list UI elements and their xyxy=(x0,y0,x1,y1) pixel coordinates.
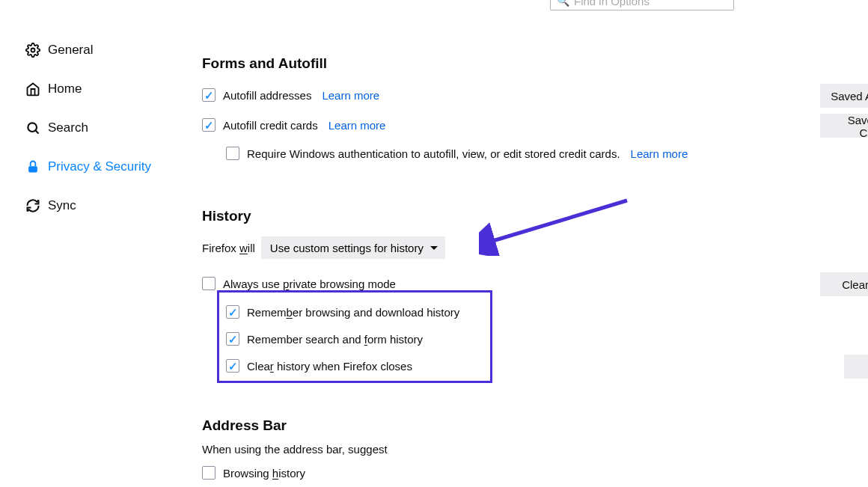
checkbox-private-browsing[interactable] xyxy=(202,277,216,290)
section-title-forms: Forms and Autofill xyxy=(202,55,846,72)
svg-point-1 xyxy=(28,123,37,132)
label-remember-browsing: Remember browsing and download history xyxy=(247,306,459,319)
checkbox-autofill-cards[interactable] xyxy=(202,118,216,132)
label-require-auth: Require Windows authentication to autofi… xyxy=(247,147,620,160)
history-mode-select-wrapper: Use custom settings for history xyxy=(261,236,445,259)
main-content: Forms and Autofill Autofill addresses Le… xyxy=(202,0,846,480)
link-learn-more-auth[interactable]: Learn more xyxy=(631,147,688,160)
sidebar-item-sync[interactable]: Sync xyxy=(19,190,184,221)
checkbox-autofill-addresses[interactable] xyxy=(202,88,216,102)
label-remember-search: Remember search and form history xyxy=(247,333,423,346)
home-icon xyxy=(22,82,43,97)
sidebar-item-search[interactable]: Search xyxy=(19,112,184,144)
history-settings-button[interactable]: Settings… xyxy=(844,355,868,379)
saved-cards-button[interactable]: Saved Credit Cards… xyxy=(820,114,868,138)
sidebar-item-label: Home xyxy=(48,82,82,97)
search-icon xyxy=(22,120,43,135)
checkbox-remember-browsing[interactable] xyxy=(226,305,239,319)
link-learn-more-cards[interactable]: Learn more xyxy=(328,119,386,132)
sidebar-item-label: General xyxy=(48,43,93,58)
section-title-history: History xyxy=(202,208,846,224)
label-suggest-browsing-history: Browsing history xyxy=(223,467,305,480)
sync-icon xyxy=(22,198,43,213)
checkbox-suggest-browsing-history[interactable] xyxy=(202,466,216,480)
section-title-address-bar: Address Bar xyxy=(202,417,846,434)
label-clear-on-close: Clear history when Firefox closes xyxy=(247,360,412,373)
checkbox-require-auth[interactable] xyxy=(226,147,239,160)
lock-icon xyxy=(22,159,43,174)
checkbox-clear-on-close[interactable] xyxy=(226,359,239,373)
sidebar-item-label: Sync xyxy=(48,198,76,213)
sidebar: General Home Search Privacy & Security S… xyxy=(19,34,184,229)
clear-history-button[interactable]: Clear History… xyxy=(820,272,868,296)
sidebar-item-label: Search xyxy=(48,120,88,135)
sidebar-item-general[interactable]: General xyxy=(19,34,184,66)
svg-point-0 xyxy=(31,49,35,52)
label-private-browsing: Always use private browsing mode xyxy=(223,278,396,290)
sidebar-item-home[interactable]: Home xyxy=(19,73,184,105)
saved-addresses-button[interactable]: Saved Addresses… xyxy=(820,84,868,108)
link-learn-more-addresses[interactable]: Learn more xyxy=(322,89,379,102)
history-mode-select[interactable]: Use custom settings for history xyxy=(261,236,445,259)
gear-icon xyxy=(22,43,43,58)
svg-line-2 xyxy=(36,131,39,134)
checkbox-remember-search[interactable] xyxy=(226,332,239,346)
label-autofill-cards: Autofill credit cards xyxy=(223,119,318,132)
label-address-bar-subtitle: When using the address bar, suggest xyxy=(202,443,388,456)
sidebar-item-privacy-security[interactable]: Privacy & Security xyxy=(19,151,184,183)
label-autofill-addresses: Autofill addresses xyxy=(223,89,311,102)
svg-rect-3 xyxy=(28,166,37,172)
label-firefox-will: Firefox will xyxy=(202,242,255,254)
sidebar-item-label: Privacy & Security xyxy=(48,159,151,174)
